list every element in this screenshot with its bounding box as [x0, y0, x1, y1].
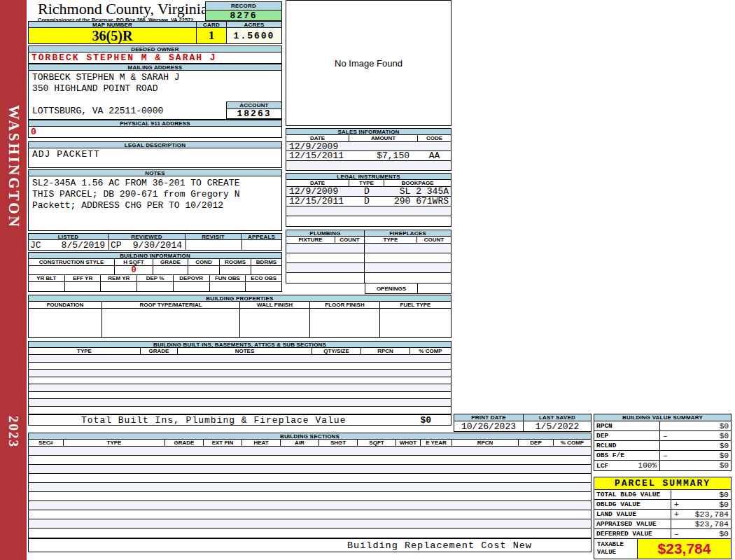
col-yr-blt: YR BLT	[29, 275, 65, 281]
parcel-label: DEFERRED VALUE	[596, 530, 652, 538]
building-sections: BUILDING SECTIONS SEC# TYPE GRADE EXT FI…	[28, 433, 592, 552]
col-rem-yr: REM YR	[101, 275, 137, 281]
record-label: RECORD	[205, 1, 282, 10]
county-title: Richmond County, Virginia	[28, 1, 205, 17]
deeded-owner-value: TORBECK STEPHEN M & SARAH J	[28, 52, 282, 64]
legal-instruments-title: LEGAL INSTRUMENTS	[286, 173, 451, 180]
parcel-label: OBLDG VALUE	[596, 500, 640, 508]
bvs-value: $0	[720, 451, 729, 460]
col-fixture: FIXTURE	[286, 237, 335, 243]
left-column: Richmond County, Virginia Commissioner o…	[28, 1, 282, 292]
built-ins-row	[29, 370, 451, 377]
sale-code: AA	[418, 151, 451, 160]
col-eyear: E YEAR	[421, 440, 452, 446]
openings-label: OPENINGS	[365, 284, 418, 293]
plumbing-title: PLUMBING	[286, 230, 365, 237]
col-rpcn: RPCN	[452, 440, 519, 446]
sidebar-district-label: WASHINGTON	[0, 97, 27, 237]
sales-columns: DATE AMOUNT CODE	[286, 135, 451, 142]
legal-description-label: LEGAL DESCRIPTION	[28, 141, 282, 148]
instrument-row	[286, 206, 451, 216]
built-ins-row	[29, 407, 451, 414]
bvs-label: RPCN	[596, 422, 612, 430]
col-roof: ROOF TYPE/MATERIAL	[102, 302, 240, 308]
bvs-pct: 100%	[638, 461, 657, 470]
col-grade: GRADE	[153, 259, 188, 265]
col-floor-finish: FLOOR FINISH	[310, 302, 380, 308]
record-value: 8276	[205, 10, 282, 21]
appeals-value	[242, 240, 281, 250]
col-sec: SEC#	[29, 440, 64, 446]
notes-box: SL2-345A 1.56 AC FROM 36-201 TO CREATE T…	[28, 176, 282, 231]
building-information-title: BUILDING INFORMATION	[28, 252, 282, 259]
col-foundation: FOUNDATION	[29, 302, 102, 308]
plumbing-fireplaces-titles: PLUMBING FIREPLACES	[286, 230, 451, 237]
parcel-label: LAND VALUE	[596, 510, 636, 518]
sales-row	[286, 161, 451, 170]
col-comp: % COMP	[554, 440, 591, 446]
building-properties-columns: FOUNDATION ROOF TYPE/MATERIAL WALL FINIS…	[28, 302, 451, 309]
mailing-line: TORBECK STEPHEN M & SARAH J	[29, 72, 281, 83]
col-bi-comp: % COMP	[410, 348, 451, 354]
county-title-block: Richmond County, Virginia Commissioner o…	[28, 1, 205, 21]
mailing-address-label: MAILING ADDRESS	[28, 64, 282, 71]
building-sections-row	[29, 456, 591, 465]
col-sale-code: CODE	[418, 135, 451, 141]
parcel-label: APPRAISED VALUE	[596, 520, 657, 528]
sale-amount: $7,150	[349, 151, 418, 160]
print-info-section: PRINT DATE LAST SAVED 10/26/2023 1/5/202…	[454, 414, 592, 432]
building-sections-row	[29, 465, 591, 474]
building-sections-row	[29, 510, 591, 519]
appeals-label: APPEALS	[241, 233, 282, 240]
col-instrument-bookpage: BOOKPAGE	[384, 180, 451, 186]
bvs-value: $0	[720, 461, 729, 470]
parcel-summary-title: PARCEL SUMMARY	[594, 477, 731, 490]
col-grade: GRADE	[165, 440, 204, 446]
col-instrument-date: DATE	[286, 180, 349, 186]
card-value: 1	[197, 28, 227, 44]
building-sections-table	[28, 447, 592, 538]
col-heat: HEAT	[242, 440, 281, 446]
col-air: AIR	[281, 440, 319, 446]
card-label: CARD	[197, 21, 227, 28]
building-properties-values	[28, 309, 451, 338]
col-shgt: SHGT	[319, 440, 358, 446]
built-ins-total-value: $0	[420, 415, 451, 426]
mailing-line: 350 HIGHLAND POINT ROAD	[29, 83, 281, 94]
instrument-bookpage: 290 671WRS	[384, 197, 451, 206]
reviewed-date: 9/30/2014	[133, 240, 182, 251]
col-ext-fin: EXT FIN	[204, 440, 242, 446]
built-ins-columns: TYPE GRADE NOTES QTY/SIZE RPCN % COMP	[28, 348, 451, 355]
col-bi-qty: QTY/SIZE	[312, 348, 361, 354]
building-sections-row	[29, 447, 591, 456]
notes-line: THIS PARCEL; DB 290-671 from Gregory N	[29, 189, 281, 200]
openings-row: OPENINGS	[286, 284, 451, 294]
built-ins-row	[29, 355, 451, 363]
parcel-row: LAND VALUE +$23,784	[594, 510, 731, 519]
col-eff-yr: EFF YR	[65, 275, 102, 281]
col-bi-rpcn: RPCN	[361, 348, 410, 354]
bvs-row: LCF100% $0	[594, 461, 731, 470]
col-sale-amount: AMOUNT	[349, 135, 418, 141]
instrument-type: D	[349, 187, 384, 196]
fireplaces-title: FIREPLACES	[365, 230, 451, 237]
col-fireplace-type: TYPE	[365, 237, 417, 243]
built-ins-row	[29, 363, 451, 370]
sale-date: 12/9/2009	[286, 142, 349, 150]
col-bi-type: TYPE	[29, 348, 141, 354]
col-fireplace-count: COUNT	[417, 237, 451, 243]
account-value: 18263	[226, 109, 281, 119]
reviewed-by: CP	[111, 240, 122, 251]
map-number-value: 36(5)R	[28, 28, 197, 44]
physical-address-label: PHYSICAL 911 ADDRESS	[28, 120, 282, 127]
building-sections-columns: SEC# TYPE GRADE EXT FIN HEAT AIR SHGT SQ…	[28, 440, 592, 447]
bvs-value: $0	[720, 442, 729, 450]
parcel-label: TOTAL BLDG VALUE	[596, 491, 660, 498]
plumbing-row	[286, 253, 451, 263]
plumbing-fireplaces-columns: FIXTURE COUNT TYPE COUNT	[286, 237, 451, 244]
mailing-address-box: TORBECK STEPHEN M & SARAH J 350 HIGHLAND…	[28, 71, 282, 120]
building-sections-row	[29, 528, 591, 538]
sale-date: 12/15/2011	[286, 151, 349, 160]
bvs-value: $0	[720, 422, 729, 430]
taxable-value-amount: $23,784	[638, 539, 731, 559]
